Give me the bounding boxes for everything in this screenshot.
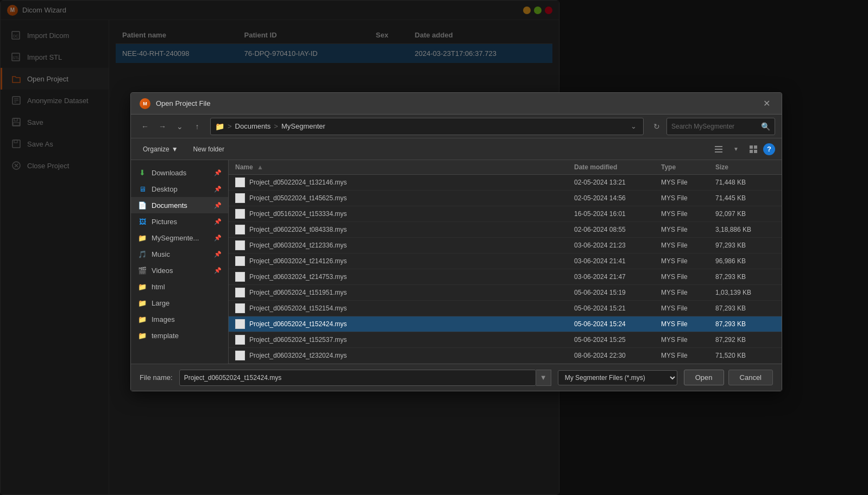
dialog-footer: File name: ▼ My Segmenter Files (*.mys) … [131, 364, 782, 391]
open-button[interactable]: Open [684, 370, 724, 385]
file-size: 71,520 KB [715, 352, 775, 359]
col-header-type[interactable]: Type [661, 163, 715, 171]
documents-icon: 📄 [137, 200, 147, 210]
music-pin-icon: 📌 [214, 251, 222, 258]
fav-item-images[interactable]: 📁 Images [131, 311, 228, 327]
file-name: Project_d06032024_t212336.mys [249, 242, 574, 249]
file-name: Project_d06052024_t152154.mys [249, 304, 574, 312]
path-segment-mysegmenter[interactable]: MySegmenter [281, 122, 325, 130]
col-header-size[interactable]: Size [715, 163, 775, 171]
file-size: 96,986 KB [715, 257, 775, 265]
file-row[interactable]: Project_d05022024_t132146.mys 02-05-2024… [229, 175, 782, 191]
fav-label-html: html [152, 283, 165, 291]
file-row-selected[interactable]: Project_d06052024_t152424.mys 05-06-2024… [229, 316, 782, 332]
desktop-icon: 🖥 [137, 184, 147, 194]
path-segment-documents[interactable]: Documents [235, 122, 271, 130]
pictures-pin-icon: 📌 [214, 218, 222, 225]
cancel-button[interactable]: Cancel [728, 370, 773, 385]
refresh-button[interactable]: ↻ [649, 119, 664, 134]
file-list-body[interactable]: Project_d05022024_t132146.mys 02-05-2024… [229, 175, 782, 364]
file-name: Project_d06052024_t152537.mys [249, 336, 574, 344]
fav-item-pictures[interactable]: 🖼 Pictures 📌 [131, 213, 228, 230]
dropdown-nav-button[interactable]: ⌄ [172, 119, 187, 134]
file-row[interactable]: Project_d05162024_t153334.mys 16-05-2024… [229, 206, 782, 222]
html-icon: 📁 [137, 282, 147, 291]
file-name: Project_d05022024_t145625.mys [249, 194, 574, 202]
fav-label-template: template [152, 332, 179, 340]
file-type: MYS File [661, 179, 715, 186]
file-row[interactable]: Project_d06032024_t214753.mys 03-06-2024… [229, 269, 782, 285]
fav-item-mysegmenter[interactable]: 📁 MySegmente... 📌 [131, 230, 228, 246]
list-view-button[interactable] [711, 142, 726, 157]
filename-input[interactable] [179, 370, 536, 386]
path-bar[interactable]: 📁 > Documents > MySegmenter ⌄ [210, 118, 644, 135]
fav-item-desktop[interactable]: 🖥 Desktop 📌 [131, 181, 228, 197]
search-input[interactable] [671, 123, 758, 130]
file-row[interactable]: Project_d06052024_t152537.mys 05-06-2024… [229, 332, 782, 348]
desktop-pin-icon: 📌 [214, 186, 222, 193]
col-header-name[interactable]: Name ▲ [235, 163, 574, 171]
mysegmenter-pin-icon: 📌 [214, 234, 222, 242]
back-button[interactable]: ← [137, 119, 153, 134]
up-button[interactable]: ↑ [190, 119, 205, 134]
filename-input-wrapper: ▼ [179, 370, 551, 386]
path-folder-icon: 📁 [215, 122, 224, 131]
organize-label: Organize [143, 145, 169, 153]
file-date: 02-05-2024 13:21 [574, 179, 661, 186]
col-header-date[interactable]: Date modified [574, 163, 661, 171]
sort-icon: ▲ [257, 163, 263, 171]
organize-button[interactable]: Organize ▼ [137, 143, 184, 155]
dialog-body: ⬇ Downloads 📌 🖥 Desktop 📌 📄 Documents 📌 … [131, 160, 782, 364]
dialog-toolbar: Organize ▼ New folder ▼ [131, 138, 782, 160]
footer-buttons: Open Cancel [684, 370, 773, 385]
fav-item-music[interactable]: 🎵 Music 📌 [131, 246, 228, 262]
forward-button[interactable]: → [155, 119, 170, 134]
fav-label-downloads: Downloads [152, 169, 186, 177]
fav-item-large[interactable]: 📁 Large [131, 295, 228, 311]
file-row[interactable]: Project_d06052024_t151951.mys 05-06-2024… [229, 285, 782, 301]
file-row[interactable]: Project_d06052024_t152154.mys 05-06-2024… [229, 301, 782, 316]
filename-dropdown-btn[interactable]: ▼ [536, 370, 551, 386]
list-dropdown-icon[interactable]: ▼ [728, 142, 744, 157]
file-icon [235, 193, 245, 203]
file-dialog: M Open Project File ✕ ← → ⌄ ↑ 📁 > Docume… [130, 92, 782, 391]
fav-label-large: Large [152, 299, 169, 307]
file-row[interactable]: Project_d06022024_t084338.mys 02-06-2024… [229, 222, 782, 238]
file-date: 05-06-2024 15:24 [574, 320, 661, 328]
fav-item-videos[interactable]: 🎬 Videos 📌 [131, 262, 228, 278]
file-type: MYS File [661, 226, 715, 233]
svg-rect-20 [754, 145, 757, 149]
filetype-select[interactable]: My Segmenter Files (*.mys) [558, 370, 677, 385]
fav-label-desktop: Desktop [152, 185, 178, 193]
file-row[interactable]: Project_d05022024_t145625.mys 02-05-2024… [229, 191, 782, 206]
file-size: 1,03,139 KB [715, 289, 775, 296]
search-icon: 🔍 [761, 122, 770, 131]
fav-item-downloads[interactable]: ⬇ Downloads 📌 [131, 164, 228, 181]
file-size: 87,293 KB [715, 320, 775, 328]
file-date: 03-06-2024 21:47 [574, 273, 661, 281]
file-icon [235, 288, 245, 297]
file-row[interactable]: Project_d06032024_t214126.mys 03-06-2024… [229, 253, 782, 269]
dialog-close-button[interactable]: ✕ [760, 97, 773, 110]
file-type: MYS File [661, 320, 715, 328]
help-button[interactable]: ? [763, 143, 775, 155]
file-date: 02-05-2024 14:56 [574, 194, 661, 202]
file-row[interactable]: Project_d06032024_t232024.mys 08-06-2024… [229, 348, 782, 364]
file-icon [235, 209, 245, 219]
file-type: MYS File [661, 289, 715, 296]
filelist-header: Name ▲ Date modified Type Size [229, 160, 782, 175]
file-type: MYS File [661, 257, 715, 265]
svg-rect-18 [715, 151, 722, 153]
template-icon: 📁 [137, 331, 147, 340]
fav-label-mysegmenter: MySegmente... [152, 234, 199, 242]
file-row[interactable]: Project_d06032024_t212336.mys 03-06-2024… [229, 238, 782, 253]
svg-rect-22 [754, 150, 757, 153]
path-dropdown-btn[interactable]: ⌄ [628, 121, 639, 131]
fav-item-html[interactable]: 📁 html [131, 278, 228, 295]
fav-item-documents[interactable]: 📄 Documents 📌 [131, 197, 228, 213]
fav-item-template[interactable]: 📁 template [131, 327, 228, 344]
large-icons-view-button[interactable] [746, 142, 761, 157]
new-folder-button[interactable]: New folder [188, 143, 230, 155]
images-icon: 📁 [137, 314, 147, 324]
file-size: 3,18,886 KB [715, 226, 775, 233]
